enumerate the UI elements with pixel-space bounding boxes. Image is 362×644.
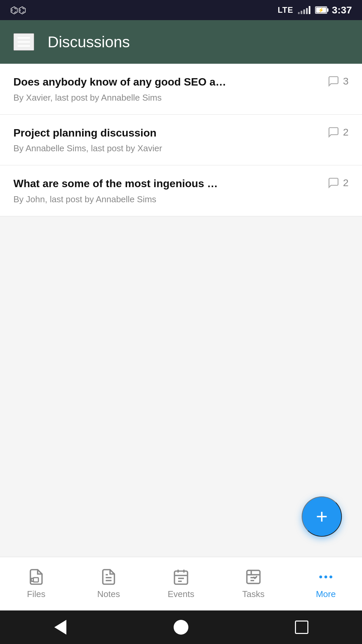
app-header: Discussions (0, 20, 362, 64)
home-button[interactable] (171, 617, 191, 637)
battery-bolt: ⚡ (318, 7, 324, 13)
content-area: Does anybody know of any good SEO a… By … (0, 64, 362, 557)
discussion-count-num-1: 3 (343, 75, 349, 87)
nav-item-tasks[interactable]: Tasks (217, 565, 290, 603)
glasses-icon: ⌬⌬ (10, 5, 26, 16)
battery-icon: ⚡ (315, 6, 327, 14)
chat-icon-1 (327, 75, 340, 87)
status-bar-left: ⌬⌬ (10, 5, 26, 16)
home-icon (174, 620, 188, 635)
discussion-meta-2: By Annabelle Sims, last post by Xavier (13, 143, 321, 154)
discussion-meta-3: By John, last post by Annabelle Sims (13, 194, 321, 205)
tasks-icon (245, 568, 262, 586)
add-discussion-fab[interactable]: + (302, 496, 342, 537)
svg-point-17 (329, 576, 333, 579)
svg-rect-0 (33, 578, 38, 582)
discussion-count-num-2: 2 (343, 126, 349, 138)
discussion-count-3: 2 (327, 177, 349, 189)
nav-label-more: More (316, 589, 336, 599)
discussion-count-1: 3 (327, 75, 349, 87)
bottom-nav: Files Notes Events (0, 557, 362, 610)
discussion-item-3[interactable]: What are some of the most ingenious … By… (0, 165, 362, 216)
discussion-title-1: Does anybody know of any good SEO a… (13, 75, 321, 89)
discussion-meta-1: By Xavier, last post by Annabelle Sims (13, 93, 321, 103)
nav-label-tasks: Tasks (242, 589, 264, 599)
signal-icon (298, 6, 310, 14)
discussion-info-1: Does anybody know of any good SEO a… By … (13, 75, 327, 103)
nav-label-notes: Notes (97, 589, 120, 599)
nav-label-events: Events (168, 589, 194, 599)
nav-item-more[interactable]: More (290, 565, 362, 603)
system-nav-bar (0, 610, 362, 644)
discussion-item-1[interactable]: Does anybody know of any good SEO a… By … (0, 64, 362, 115)
events-icon (172, 568, 190, 586)
chat-icon-3 (327, 177, 340, 189)
recent-button[interactable] (292, 617, 312, 637)
lte-indicator: LTE (278, 5, 293, 15)
svg-point-15 (319, 576, 322, 579)
menu-button[interactable] (13, 33, 34, 51)
files-icon (27, 568, 45, 586)
notes-icon (100, 568, 117, 586)
svg-point-16 (324, 576, 327, 579)
chat-icon-2 (327, 126, 340, 138)
page-title: Discussions (48, 33, 130, 51)
fab-plus-icon: + (316, 506, 327, 527)
status-bar: ⌬⌬ LTE ⚡ 3:37 (0, 0, 362, 20)
discussion-title-2: Project planning discussion (13, 126, 321, 140)
recent-icon (295, 621, 308, 634)
back-icon (54, 620, 66, 635)
discussion-item-2[interactable]: Project planning discussion By Annabelle… (0, 115, 362, 166)
discussion-info-2: Project planning discussion By Annabelle… (13, 126, 327, 154)
nav-item-notes[interactable]: Notes (72, 565, 145, 603)
more-icon (317, 568, 335, 586)
discussion-count-num-3: 2 (343, 177, 349, 189)
time-display: 3:37 (332, 4, 352, 16)
back-button[interactable] (50, 617, 70, 637)
discussion-count-2: 2 (327, 126, 349, 138)
discussion-title-3: What are some of the most ingenious … (13, 177, 321, 191)
nav-item-events[interactable]: Events (145, 565, 217, 603)
nav-label-files: Files (27, 589, 46, 599)
nav-item-files[interactable]: Files (0, 565, 72, 603)
discussion-info-3: What are some of the most ingenious … By… (13, 177, 327, 205)
svg-rect-4 (175, 571, 188, 584)
status-bar-right: LTE ⚡ 3:37 (278, 4, 352, 16)
